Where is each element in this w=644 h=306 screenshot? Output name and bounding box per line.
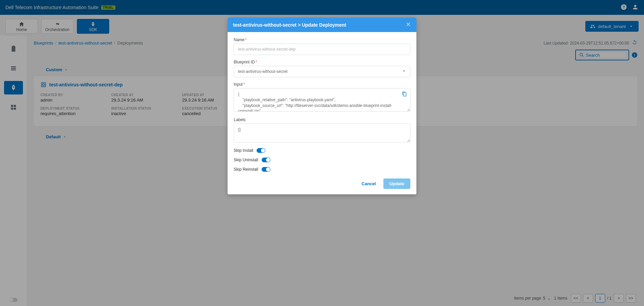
label-labels: Labels <box>234 117 410 122</box>
modal-header: test-antivirus-without-secret > Update D… <box>228 18 416 32</box>
copy-button[interactable] <box>402 91 407 98</box>
skip-reinstall-toggle[interactable] <box>262 167 270 172</box>
label-name: Name* <box>234 37 410 42</box>
label-blueprint-id: Blueprint ID* <box>234 60 410 64</box>
copy-icon <box>402 91 407 96</box>
label-input: Input* <box>234 82 410 87</box>
labels-field[interactable] <box>234 123 410 142</box>
label-skip-install: Skip Install <box>234 148 253 153</box>
name-field[interactable] <box>234 44 410 55</box>
modal-title: test-antivirus-without-secret > Update D… <box>233 22 346 28</box>
label-skip-reinstall: Skip Reinstall <box>234 167 258 172</box>
update-deployment-modal: test-antivirus-without-secret > Update D… <box>228 18 416 194</box>
skip-install-toggle[interactable] <box>257 148 265 153</box>
input-json-field[interactable] <box>234 88 410 112</box>
blueprint-id-select[interactable]: test-antivirus-without-secret <box>234 66 410 77</box>
close-icon <box>406 22 411 27</box>
cancel-button[interactable]: Cancel <box>359 178 378 189</box>
close-button[interactable] <box>406 22 411 28</box>
label-skip-uninstall: Skip Uninstall <box>234 158 258 162</box>
skip-uninstall-toggle[interactable] <box>262 158 270 162</box>
update-button[interactable]: Update <box>383 178 410 189</box>
